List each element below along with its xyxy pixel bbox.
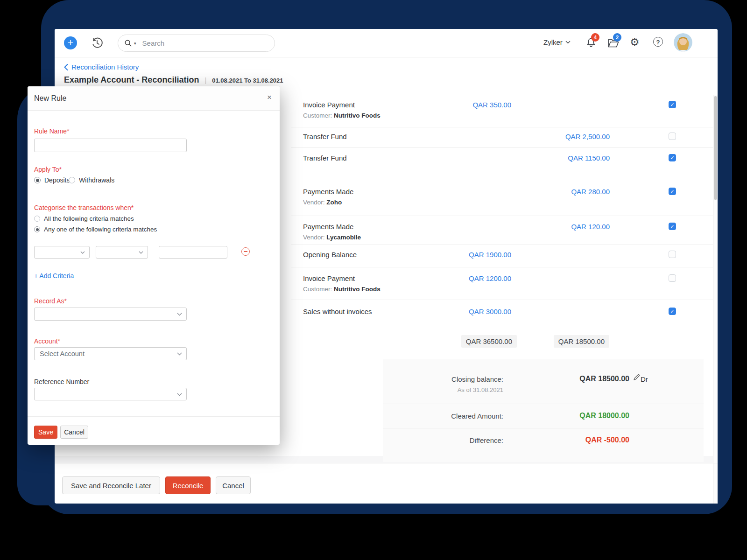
transaction-amount: QAR 120.00: [571, 223, 610, 231]
row-checkbox[interactable]: [669, 133, 676, 140]
global-search[interactable]: ▾ Search: [118, 35, 275, 52]
radio-any-criteria[interactable]: [34, 226, 40, 232]
history-clock-icon: [91, 36, 104, 49]
table-row: Transfer Fund QAR 1150.00: [291, 148, 713, 178]
notification-badge: 4: [591, 33, 599, 42]
transaction-amount: QAR 1200.00: [469, 274, 511, 282]
record-as-select[interactable]: [34, 308, 187, 321]
table-row: Invoice Payment Customer: Nutritivo Food…: [291, 95, 713, 127]
table-row: Payments Made Vendor: Zoho QAR 280.00: [291, 178, 713, 216]
help-button[interactable]: ?: [653, 37, 663, 47]
criteria-value-input[interactable]: [159, 246, 227, 259]
chevron-down-icon: [177, 393, 182, 396]
row-checkbox[interactable]: [669, 274, 676, 282]
user-avatar[interactable]: [674, 33, 692, 52]
apply-to-label: Apply To*: [34, 166, 62, 173]
chevron-down-icon: [565, 41, 571, 44]
transaction-amount: QAR 2,500.00: [565, 133, 610, 140]
criteria-any-option[interactable]: Any one of the following criteria matche…: [34, 226, 157, 233]
chevron-down-icon: [80, 251, 85, 254]
transaction-title: Transfer Fund: [303, 133, 713, 140]
table-row: Opening Balance QAR 1900.00: [291, 245, 713, 267]
title-separator: |: [204, 76, 206, 84]
row-checkbox[interactable]: [669, 154, 676, 161]
add-criteria-link[interactable]: + Add Criteria: [34, 272, 74, 280]
radio-withdrawals[interactable]: [69, 177, 75, 183]
search-scope-caret-icon[interactable]: ▾: [134, 41, 136, 46]
search-input[interactable]: Search: [142, 39, 165, 47]
withdrawals-label: Withdrawals: [79, 176, 114, 184]
save-and-reconcile-later-button[interactable]: Save and Reconcile Later: [62, 476, 160, 494]
account-select[interactable]: Select Account: [34, 347, 187, 360]
subtitle-label: Customer:: [303, 112, 332, 119]
modal-cancel-button[interactable]: Cancel: [60, 426, 88, 439]
reference-number-select[interactable]: [34, 388, 187, 400]
closing-balance-label: Closing balance:: [383, 375, 503, 383]
breadcrumb-label: Reconciliation History: [71, 63, 139, 71]
criteria-comparator-select[interactable]: [96, 246, 148, 259]
transaction-subtitle: Vendor: Lycamobile: [303, 234, 713, 241]
difference-value: QAR -500.00: [503, 436, 629, 444]
transactions-table: Invoice Payment Customer: Nutritivo Food…: [291, 95, 713, 353]
vertical-scrollbar-thumb[interactable]: [714, 96, 717, 200]
row-checkbox[interactable]: [669, 251, 676, 258]
transaction-amount: QAR 280.00: [571, 188, 610, 196]
page-header: Example Account - Reconciliation | 01.08…: [64, 75, 283, 85]
row-checkbox[interactable]: [669, 223, 676, 230]
criteria-field-select[interactable]: [34, 246, 90, 259]
table-row: Transfer Fund QAR 2,500.00: [291, 127, 713, 148]
totals-row: QAR 36500.00 QAR 18500.00: [291, 333, 713, 353]
subtitle-value: Lycamobile: [326, 234, 361, 241]
footer-cancel-button[interactable]: Cancel: [216, 476, 251, 494]
table-row: Payments Made Vendor: Lycamobile QAR 120…: [291, 216, 713, 245]
categorise-label: Categorise the transactions when*: [34, 204, 134, 211]
apply-to-deposits-option[interactable]: Deposits: [34, 176, 70, 184]
page-title: Example Account - Reconciliation: [64, 75, 199, 85]
row-checkbox[interactable]: [669, 101, 676, 108]
transaction-subtitle: Customer: Nutritivo Foods: [303, 286, 713, 293]
radio-deposits[interactable]: [34, 177, 41, 183]
criteria-all-option[interactable]: All the following criteria matches: [34, 215, 134, 222]
chevron-down-icon: [177, 352, 182, 356]
breadcrumb-back-link[interactable]: Reconciliation History: [64, 63, 139, 71]
modal-save-button[interactable]: Save: [34, 426, 57, 439]
subtitle-value: Nutritivo Foods: [334, 286, 381, 293]
org-switcher[interactable]: Zylker: [543, 38, 571, 46]
search-icon: [125, 40, 132, 47]
close-icon[interactable]: ×: [267, 93, 272, 102]
recent-history-button[interactable]: [91, 36, 104, 49]
quick-create-button[interactable]: +: [64, 36, 77, 49]
account-label: Account*: [34, 337, 60, 345]
pencil-icon: [633, 374, 640, 381]
rule-name-input[interactable]: [34, 139, 187, 152]
transaction-title: Payments Made: [303, 188, 713, 196]
footer-divider: [55, 463, 718, 463]
subtitle-value: Zoho: [326, 199, 342, 206]
settings-button[interactable]: ⚙: [630, 36, 640, 49]
edit-closing-balance-button[interactable]: [633, 374, 640, 383]
closing-balance-asof: As of 31.08.2021: [383, 386, 503, 393]
help-icon: ?: [656, 39, 660, 46]
gear-icon: ⚙: [630, 36, 640, 48]
transaction-title: Payments Made: [303, 223, 713, 231]
record-as-label: Record As*: [34, 297, 67, 305]
apply-to-withdrawals-option[interactable]: Withdrawals: [69, 176, 114, 184]
reconciliation-summary: Closing balance: As of 31.08.2021 QAR 18…: [383, 359, 704, 462]
row-checkbox[interactable]: [669, 308, 676, 315]
cleared-amount-label: Cleared Amount:: [383, 412, 503, 420]
footer-actions: Save and Reconcile Later Reconcile Cance…: [62, 476, 251, 494]
closing-balance-row: Closing balance: As of 31.08.2021 QAR 18…: [383, 359, 704, 404]
row-checkbox[interactable]: [669, 188, 676, 195]
plus-icon: +: [68, 37, 73, 48]
radio-all-criteria[interactable]: [34, 216, 40, 222]
avatar-image: [674, 33, 692, 52]
withdrawals-total: QAR 18500.00: [554, 335, 609, 348]
chevron-down-icon: [177, 313, 182, 316]
closing-balance-drcr: Dr: [641, 375, 648, 383]
remove-criteria-icon[interactable]: [241, 247, 250, 256]
transaction-amount: QAR 1150.00: [568, 154, 610, 162]
documents-badge: 2: [613, 33, 621, 42]
reconcile-button[interactable]: Reconcile: [165, 476, 211, 494]
org-name: Zylker: [543, 38, 563, 46]
new-rule-modal: New Rule × Rule Name* Apply To* Deposits…: [28, 86, 280, 445]
